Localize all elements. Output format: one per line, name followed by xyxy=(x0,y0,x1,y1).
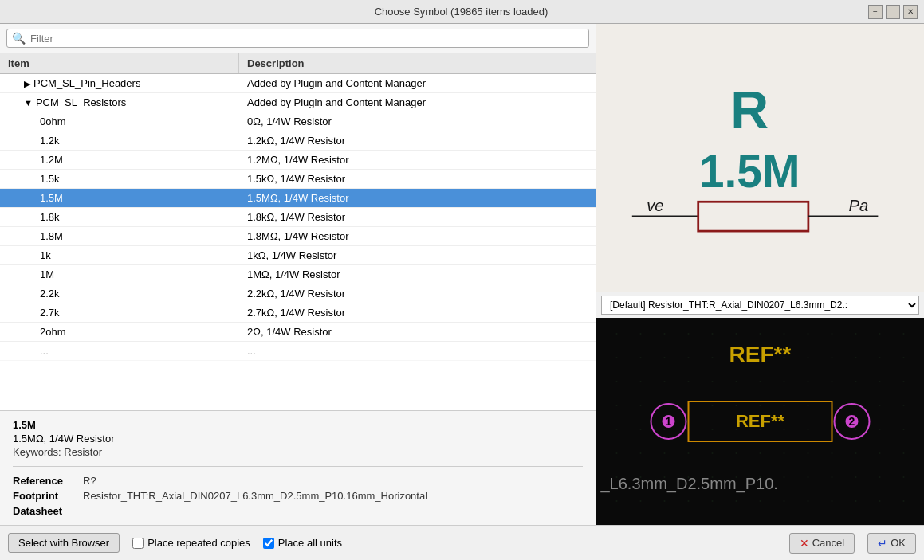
row-desc: Added by Plugin and Content Manager xyxy=(239,74,596,92)
svg-point-101 xyxy=(664,500,666,502)
table-row[interactable]: ... ... xyxy=(0,342,596,361)
table-header: Item Description xyxy=(0,53,596,74)
svg-point-110 xyxy=(879,500,881,502)
ok-button[interactable]: ↵ OK xyxy=(867,533,916,554)
svg-point-29 xyxy=(808,357,809,358)
table-row[interactable]: ▶PCM_SL_Pin_Headers Added by Plugin and … xyxy=(0,74,596,93)
svg-point-23 xyxy=(664,357,666,358)
table-row[interactable]: 1k 1kΩ, 1/4W Resistor xyxy=(0,246,596,265)
table-row[interactable]: 0ohm 0Ω, 1/4W Resistor xyxy=(0,112,596,131)
svg-point-105 xyxy=(760,500,761,502)
svg-point-108 xyxy=(832,500,833,502)
row-name: 1.2M xyxy=(0,151,239,169)
ok-icon: ↵ xyxy=(878,537,887,550)
svg-point-45 xyxy=(879,381,881,382)
row-desc: 1kΩ, 1/4W Resistor xyxy=(239,246,596,264)
svg-point-58 xyxy=(879,405,881,406)
row-name: 1M xyxy=(0,265,239,284)
row-desc: 1.2kΩ, 1/4W Resistor xyxy=(239,131,596,150)
row-name: 0ohm xyxy=(0,112,239,131)
datasheet-label: Datasheet xyxy=(13,505,77,517)
svg-point-43 xyxy=(832,381,833,382)
table-row[interactable]: ▼PCM_SL_Resistors Added by Plugin and Co… xyxy=(0,93,596,112)
table-row[interactable]: 2ohm 2Ω, 1/4W Resistor xyxy=(0,323,596,342)
svg-point-73 xyxy=(616,452,618,454)
table-row[interactable]: 2.2k 2.2kΩ, 1/4W Resistor xyxy=(0,284,596,303)
info-divider xyxy=(13,466,583,467)
search-icon: 🔍 xyxy=(12,32,26,45)
svg-point-99 xyxy=(616,500,618,502)
info-keywords: Keywords: Resistor xyxy=(13,446,583,458)
svg-point-25 xyxy=(712,357,714,358)
title-bar: Choose Symbol (19865 items loaded) − □ ✕ xyxy=(0,0,924,24)
svg-point-94 xyxy=(808,476,809,478)
table-row[interactable]: 1.8k 1.8kΩ, 1/4W Resistor xyxy=(0,208,596,227)
svg-point-44 xyxy=(855,381,857,382)
table-row[interactable]: 2.7k 2.7kΩ, 1/4W Resistor xyxy=(0,303,596,323)
symbol-preview[interactable]: R 1.5M ve Pa xyxy=(596,24,924,292)
cancel-icon: ✕ xyxy=(800,537,809,550)
row-desc: Added by Plugin and Content Manager xyxy=(239,93,596,112)
svg-point-70 xyxy=(855,429,857,430)
svg-point-98 xyxy=(903,476,905,478)
row-desc: 0Ω, 1/4W Resistor xyxy=(239,112,596,131)
svg-point-79 xyxy=(760,452,761,454)
svg-point-107 xyxy=(808,500,809,502)
svg-point-53 xyxy=(760,405,761,406)
row-name: 2.7k xyxy=(0,303,239,322)
svg-text:1: 1 xyxy=(666,415,672,428)
svg-point-106 xyxy=(784,500,785,502)
row-desc: 2Ω, 1/4W Resistor xyxy=(239,323,596,341)
minimize-button[interactable]: − xyxy=(868,5,883,19)
row-desc: 1.2MΩ, 1/4W Resistor xyxy=(239,151,596,169)
svg-point-83 xyxy=(855,452,857,454)
table-row[interactable]: 1.8M 1.8MΩ, 1/4W Resistor xyxy=(0,227,596,246)
footprint-dropdown: [Default] Resistor_THT:R_Axial_DIN0207_L… xyxy=(596,292,924,318)
svg-point-35 xyxy=(640,381,642,382)
table-row[interactable]: 1.2M 1.2MΩ, 1/4W Resistor xyxy=(0,151,596,170)
svg-point-72 xyxy=(903,429,905,430)
svg-point-93 xyxy=(784,476,785,478)
search-wrapper: 🔍 xyxy=(6,29,589,48)
place-all-units-label[interactable]: Place all units xyxy=(263,537,342,549)
row-desc: 2.2kΩ, 1/4W Resistor xyxy=(239,284,596,303)
place-repeated-checkbox[interactable] xyxy=(132,538,144,549)
svg-point-36 xyxy=(664,381,666,382)
svg-point-39 xyxy=(736,381,737,382)
select-with-browser-button[interactable]: Select with Browser xyxy=(8,533,120,553)
svg-point-55 xyxy=(808,405,809,406)
table-row[interactable]: 1.5k 1.5kΩ, 1/4W Resistor xyxy=(0,170,596,189)
svg-point-14 xyxy=(760,333,761,335)
row-name: 2.2k xyxy=(0,284,239,303)
place-all-units-checkbox[interactable] xyxy=(263,538,274,549)
footprint-row: Footprint Resistor_THT:R_Axial_DIN0207_L… xyxy=(13,490,583,502)
maximize-button[interactable]: □ xyxy=(886,5,900,19)
main-content: 🔍 Item Description ▶PCM_SL_Pin_Headers A… xyxy=(0,24,924,525)
svg-point-82 xyxy=(832,452,833,454)
svg-point-13 xyxy=(736,333,737,335)
column-description: Description xyxy=(239,53,596,73)
svg-point-85 xyxy=(903,452,905,454)
row-name: ▼PCM_SL_Resistors xyxy=(0,93,239,112)
svg-point-60 xyxy=(616,429,618,430)
svg-point-80 xyxy=(784,452,785,454)
svg-point-104 xyxy=(736,500,737,502)
table-row-selected[interactable]: 1.5M 1.5MΩ, 1/4W Resistor xyxy=(0,189,596,208)
footprint-preview[interactable]: REF** 1 2 REF** _L6.3mm_D2.5mm_P10. xyxy=(596,318,924,525)
cancel-button[interactable]: ✕ Cancel xyxy=(789,533,855,554)
footprint-select[interactable]: [Default] Resistor_THT:R_Axial_DIN0207_L… xyxy=(601,296,919,315)
svg-point-59 xyxy=(903,405,905,406)
footprint-value: Resistor_THT:R_Axial_DIN0207_L6.3mm_D2.5… xyxy=(83,490,427,502)
row-name: 1.5k xyxy=(0,170,239,188)
table-row[interactable]: 1.2k 1.2kΩ, 1/4W Resistor xyxy=(0,131,596,151)
svg-point-68 xyxy=(808,429,809,430)
title-bar-controls: − □ ✕ xyxy=(868,5,918,19)
search-input[interactable] xyxy=(30,33,584,45)
table-row[interactable]: 1M 1MΩ, 1/4W Resistor xyxy=(0,265,596,284)
close-button[interactable]: ✕ xyxy=(903,5,918,19)
symbol-table[interactable]: Item Description ▶PCM_SL_Pin_Headers Add… xyxy=(0,53,596,410)
svg-point-9 xyxy=(640,333,642,335)
place-repeated-label[interactable]: Place repeated copies xyxy=(132,537,250,549)
svg-point-75 xyxy=(664,452,666,454)
svg-point-21 xyxy=(616,357,618,358)
